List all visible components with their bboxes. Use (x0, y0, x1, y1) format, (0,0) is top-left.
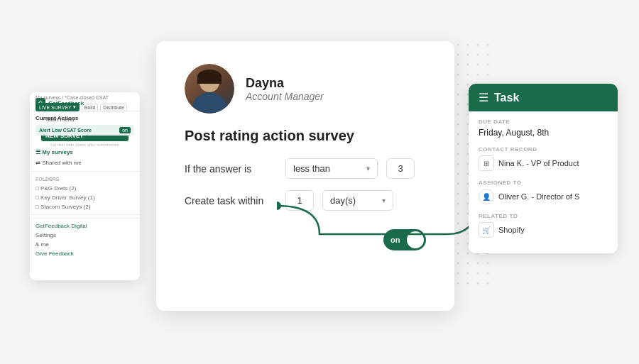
middle-card: Dayna Account Manager Post rating action… (156, 41, 454, 311)
bottom-me[interactable]: & me (36, 240, 134, 249)
toggle-knob (407, 231, 424, 248)
person-role: Account Manager (246, 91, 324, 102)
new-survey-button[interactable]: NEW SURVEY (41, 131, 129, 141)
answer-number[interactable]: 3 (386, 158, 415, 179)
task-label: Create task within (185, 195, 277, 206)
contact-record-label: CONTACT RECORD (479, 146, 608, 153)
toggle-track: on (383, 229, 426, 250)
avatar (185, 64, 234, 114)
right-panel: ☰ Task DUE DATE Friday, August, 8th CONT… (469, 84, 618, 253)
survey-form: If the answer is less than ▾ 3 Create ta… (156, 158, 454, 211)
due-date-label: DUE DATE (479, 118, 608, 125)
folder-3[interactable]: □ Stacom Surveys (2) (30, 202, 140, 211)
logo-icon: G (36, 98, 45, 108)
contact-record-value: Nina K. - VP of Product (498, 159, 579, 167)
related-to-row: 🛒 Shopify (479, 222, 608, 238)
avatar-image (185, 64, 234, 114)
profile-section: Dayna Account Manager (156, 41, 454, 128)
logo-text: GetFeedback (48, 100, 84, 106)
avatar-hair (197, 70, 222, 84)
contact-record-row: ⊞ Nina K. - VP of Product (479, 155, 608, 171)
contact-record-section: CONTACT RECORD ⊞ Nina K. - VP of Product (479, 146, 608, 171)
scene: G GetFeedback + Main menu NEW SURVEY ☰ M… (0, 0, 639, 364)
task-title: Task (494, 92, 519, 104)
lp-bottom: GetFeedback Digital Settings & me Give F… (30, 218, 140, 261)
due-date-value: Friday, August, 8th (479, 128, 608, 138)
related-to-section: RELATED TO 🛒 Shopify (479, 213, 608, 238)
assigned-to-row: 👤 Oliver G. - Director of S (479, 189, 608, 204)
shopify-icon: 🛒 (479, 222, 494, 238)
due-date-section: DUE DATE Friday, August, 8th (479, 118, 608, 138)
avatar-body (192, 92, 227, 114)
chevron-down-icon-2: ▾ (382, 197, 386, 204)
bottom-settings[interactable]: Settings (36, 231, 134, 240)
days-select[interactable]: day(s) ▾ (322, 190, 393, 211)
bottom-digital[interactable]: GetFeedback Digital (36, 221, 134, 231)
rp-body: DUE DATE Friday, August, 8th CONTACT REC… (469, 111, 618, 253)
contact-record-icon: ⊞ (479, 155, 494, 171)
related-to-value: Shopify (498, 226, 525, 234)
toggle-row: on (156, 222, 454, 265)
user-icon: 👤 (479, 189, 494, 204)
assigned-to-label: ASSIGNED TO (479, 180, 608, 186)
bottom-give-feedback[interactable]: Give Feedback (36, 249, 134, 258)
left-panel: G GetFeedback + Main menu NEW SURVEY ☰ M… (30, 92, 140, 280)
answer-label: If the answer is (185, 163, 277, 175)
profile-info: Dayna Account Manager (246, 76, 324, 102)
chevron-down-icon: ▾ (366, 165, 370, 172)
nav-my-surveys[interactable]: ☰ My surveys (30, 147, 140, 158)
task-icon: ☰ (479, 91, 488, 104)
lp-header: G GetFeedback (30, 92, 140, 111)
toggle-label: on (390, 236, 400, 244)
answer-select[interactable]: less than ▾ (285, 158, 378, 179)
toggle[interactable]: on (383, 229, 426, 250)
folder-1[interactable]: □ P&G Drets (2) (30, 184, 140, 193)
related-to-label: RELATED TO (479, 213, 608, 219)
assigned-to-section: ASSIGNED TO 👤 Oliver G. - Director of S (479, 180, 608, 204)
days-select-value: day(s) (330, 195, 378, 206)
survey-title: Post rating action survey (156, 128, 454, 158)
answer-select-value: less than (293, 163, 362, 174)
task-row: Create task within 1 day(s) ▾ (185, 190, 426, 211)
nav-shared[interactable]: ⇄ Shared with me (30, 158, 140, 168)
folders-label: FOLDERS (30, 175, 140, 184)
nav-main-menu[interactable]: + Main menu (36, 114, 134, 125)
assigned-to-value: Oliver G. - Director of S (498, 192, 579, 201)
rp-header: ☰ Task (469, 84, 618, 111)
person-name: Dayna (246, 76, 324, 91)
task-number[interactable]: 1 (285, 190, 314, 211)
answer-row: If the answer is less than ▾ 3 (185, 158, 426, 179)
folder-2[interactable]: □ Key Driver Survey (1) (30, 193, 140, 202)
